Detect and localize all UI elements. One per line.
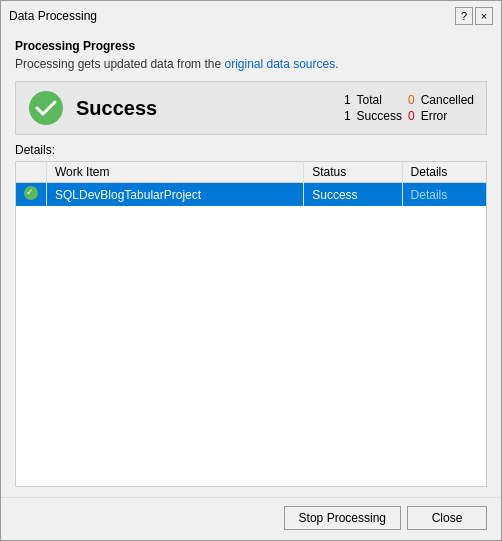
table-header-row: Work Item Status Details	[16, 162, 486, 183]
table-row[interactable]: SQLDevBlogTabularProjectSuccessDetails	[16, 183, 486, 207]
details-table: Work Item Status Details SQLDevBlogTabul…	[16, 162, 486, 206]
title-bar: Data Processing ? ×	[1, 1, 501, 29]
error-label: Error	[421, 109, 474, 123]
details-table-container: Work Item Status Details SQLDevBlogTabul…	[15, 161, 487, 487]
dialog-content: Processing Progress Processing gets upda…	[1, 29, 501, 497]
total-num: 1	[344, 93, 351, 107]
data-sources-link[interactable]: original data sources	[224, 57, 335, 71]
total-label: Total	[357, 93, 402, 107]
help-button[interactable]: ?	[455, 7, 473, 25]
close-button[interactable]: ×	[475, 7, 493, 25]
stats-grid: 1 Total 0 Cancelled 1 Success 0 Error	[344, 93, 474, 123]
row-status: Success	[304, 183, 402, 207]
footer: Stop Processing Close	[1, 497, 501, 540]
row-details[interactable]: Details	[402, 183, 486, 207]
col-header-icon	[16, 162, 47, 183]
row-workitem: SQLDevBlogTabularProject	[47, 183, 304, 207]
details-link[interactable]: Details	[411, 188, 448, 202]
col-header-details: Details	[402, 162, 486, 183]
col-header-status: Status	[304, 162, 402, 183]
success-icon	[28, 90, 64, 126]
status-box: Success 1 Total 0 Cancelled 1 Success 0 …	[15, 81, 487, 135]
cancelled-num: 0	[408, 93, 415, 107]
col-header-workitem: Work Item	[47, 162, 304, 183]
title-bar-buttons: ? ×	[455, 7, 493, 25]
svg-point-0	[29, 91, 63, 125]
success-label: Success	[357, 109, 402, 123]
success-num: 1	[344, 109, 351, 123]
row-check-cell	[16, 183, 47, 207]
error-num: 0	[408, 109, 415, 123]
section-desc: Processing gets updated data from the or…	[15, 57, 487, 71]
desc-text: Processing gets updated data from the	[15, 57, 224, 71]
cancelled-label: Cancelled	[421, 93, 474, 107]
section-title: Processing Progress	[15, 39, 487, 53]
close-dialog-button[interactable]: Close	[407, 506, 487, 530]
stop-processing-button[interactable]: Stop Processing	[284, 506, 401, 530]
status-label: Success	[76, 97, 344, 120]
check-icon	[24, 186, 38, 200]
dialog-title: Data Processing	[9, 9, 97, 23]
dialog-window: Data Processing ? × Processing Progress …	[0, 0, 502, 541]
details-label: Details:	[15, 143, 487, 157]
desc-end: .	[335, 57, 338, 71]
